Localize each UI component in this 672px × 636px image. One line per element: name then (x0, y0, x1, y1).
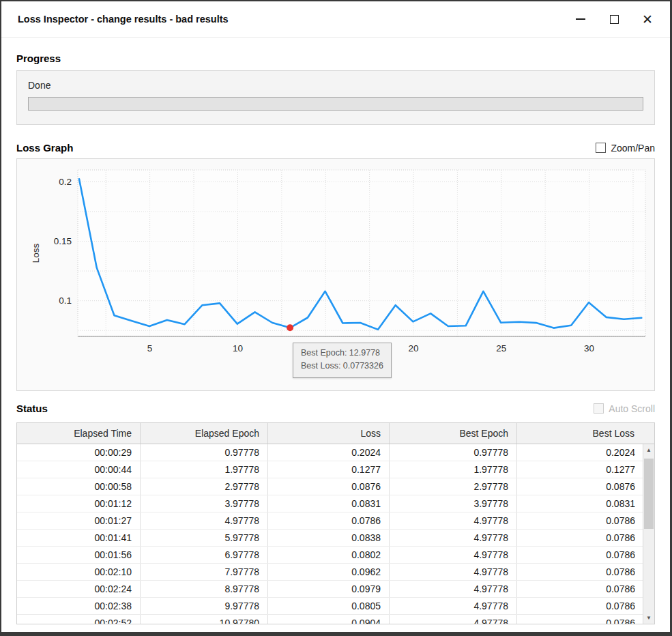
scroll-down-icon: ▼ (646, 615, 652, 621)
table-cell: 0.0831 (517, 495, 643, 512)
table-cell: 00:02:24 (17, 581, 141, 597)
table-row[interactable]: 00:00:290.977780.20240.977780.2024 (17, 444, 643, 461)
table-cell: 0.0831 (268, 495, 390, 512)
table-cell: 0.0802 (268, 547, 390, 563)
table-cell: 2.97778 (141, 478, 268, 495)
maximize-button[interactable] (608, 13, 620, 25)
scroll-up-icon: ▲ (646, 447, 652, 453)
table-cell: 5.97778 (141, 530, 268, 546)
status-table: Elapsed TimeElapsed EpochLossBest EpochB… (16, 422, 655, 624)
table-cell: 0.0904 (268, 615, 390, 624)
table-cell: 00:01:41 (17, 530, 141, 546)
table-cell: 0.0786 (517, 598, 643, 614)
column-header-loss[interactable]: Loss (268, 423, 390, 444)
table-row[interactable]: 00:02:5210.977800.09044.977780.0786 (17, 615, 643, 624)
svg-text:30: 30 (584, 343, 594, 353)
table-cell: 7.97778 (141, 564, 268, 580)
table-cell: 4.97778 (390, 615, 517, 624)
table-cell: 4.97778 (390, 530, 517, 546)
table-cell: 4.97778 (390, 564, 517, 580)
minimize-icon (576, 18, 585, 20)
table-row[interactable]: 00:01:123.977780.08313.977780.0831 (17, 495, 643, 512)
scroll-down-button[interactable]: ▼ (643, 612, 654, 624)
table-cell: 2.97778 (390, 478, 517, 495)
table-cell: 0.0786 (517, 530, 643, 546)
minimize-button[interactable] (574, 13, 587, 25)
window-title: Loss Inspector - change results - bad re… (18, 14, 229, 25)
status-table-body: 00:00:290.977780.20240.977780.202400:00:… (17, 444, 643, 624)
svg-text:20: 20 (408, 343, 418, 353)
svg-text:25: 25 (496, 343, 506, 353)
column-header-elapsed-epoch[interactable]: Elapsed Epoch (141, 423, 268, 444)
progress-item-label: Done (28, 80, 643, 91)
table-row[interactable]: 00:01:566.977780.08024.977780.0786 (17, 547, 643, 564)
table-cell: 0.0786 (517, 547, 643, 563)
scroll-up-button[interactable]: ▲ (643, 444, 654, 456)
table-cell: 10.97780 (141, 615, 268, 624)
table-cell: 4.97778 (390, 581, 517, 597)
scrollbar-thumb[interactable] (644, 459, 654, 529)
table-row[interactable]: 00:00:441.977780.12771.977780.1277 (17, 461, 643, 478)
table-cell: 8.97778 (141, 581, 268, 597)
svg-text:0.15: 0.15 (54, 236, 72, 246)
close-button[interactable]: ✕ (641, 13, 654, 25)
zoom-pan-checkbox[interactable]: Zoom/Pan (596, 143, 655, 154)
table-cell: 9.97778 (141, 598, 268, 614)
status-section-label: Status (16, 403, 48, 414)
table-cell: 0.1277 (517, 461, 643, 478)
table-cell: 0.2024 (268, 444, 390, 461)
checkbox-unchecked-icon (596, 143, 606, 153)
column-header-elapsed-time[interactable]: Elapsed Time (17, 423, 141, 444)
table-row[interactable]: 00:02:248.977780.09794.977780.0786 (17, 581, 643, 598)
table-cell: 4.97778 (141, 512, 268, 529)
table-cell: 00:01:27 (17, 512, 141, 529)
table-cell: 00:00:29 (17, 444, 141, 461)
table-cell: 00:02:38 (17, 598, 141, 614)
best-point-tooltip: Best Epoch: 12.9778 Best Loss: 0.0773326 (293, 343, 392, 378)
tooltip-best-epoch: Best Epoch: 12.9778 (301, 347, 383, 360)
table-cell: 3.97778 (390, 495, 517, 512)
table-row[interactable]: 00:02:107.977780.09624.977780.0786 (17, 564, 643, 581)
table-row[interactable]: 00:01:415.977780.08384.977780.0786 (17, 530, 643, 547)
table-cell: 0.0786 (517, 512, 643, 529)
loss-graph-section-label: Loss Graph (16, 142, 73, 154)
titlebar: Loss Inspector - change results - bad re… (1, 1, 670, 38)
table-cell: 0.0838 (268, 530, 390, 546)
table-cell: 00:00:44 (17, 461, 141, 478)
table-cell: 0.0805 (268, 598, 390, 614)
table-cell: 4.97778 (390, 512, 517, 529)
zoom-pan-label: Zoom/Pan (611, 143, 655, 154)
chart-grid (78, 170, 645, 336)
best-point-marker (287, 324, 293, 331)
table-cell: 0.0876 (517, 478, 643, 495)
table-cell: 4.97778 (390, 598, 517, 614)
table-scrollbar[interactable]: ▲ ▼ (643, 444, 654, 624)
table-cell: 1.97778 (141, 461, 268, 478)
table-row[interactable]: 00:02:389.977780.08054.977780.0786 (17, 598, 643, 615)
auto-scroll-checkbox: Auto Scroll (594, 403, 655, 414)
table-cell: 0.1277 (268, 461, 390, 478)
column-header-best-epoch[interactable]: Best Epoch (390, 423, 517, 444)
table-cell: 0.0962 (268, 564, 390, 580)
svg-text:10: 10 (233, 343, 243, 353)
table-cell: 0.97778 (141, 444, 268, 461)
table-cell: 00:02:10 (17, 564, 141, 580)
checkbox-unchecked-icon (594, 403, 604, 414)
table-cell: 3.97778 (141, 495, 268, 512)
table-row[interactable]: 00:00:582.977780.08762.977780.0876 (17, 478, 643, 495)
maximize-icon (610, 15, 619, 24)
progress-groupbox: Done (16, 70, 655, 125)
table-row[interactable]: 00:01:274.977780.07864.977780.0786 (17, 512, 643, 530)
table-cell: 6.97778 (141, 547, 268, 563)
table-cell: 1.97778 (390, 461, 517, 478)
table-cell: 0.0786 (517, 564, 643, 580)
svg-text:0.1: 0.1 (59, 295, 72, 306)
column-header-best-loss[interactable]: Best Loss (517, 423, 654, 444)
progress-section-label: Progress (16, 53, 61, 64)
table-cell: 0.0979 (268, 581, 390, 597)
app-window: Loss Inspector - change results - bad re… (0, 0, 672, 636)
table-cell: 0.97778 (390, 444, 517, 461)
table-cell: 0.0786 (517, 615, 643, 624)
y-axis-title: Loss (31, 243, 41, 263)
window-controls: ✕ (574, 13, 654, 25)
